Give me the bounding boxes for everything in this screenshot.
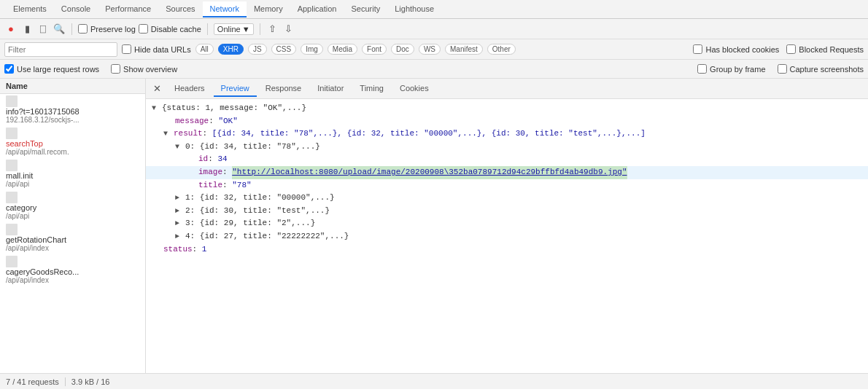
filter-manifest[interactable]: Manifest [445, 44, 483, 55]
tab-network[interactable]: Network [203, 1, 247, 17]
filter-input[interactable] [4, 42, 117, 57]
detail-tab-response[interactable]: Response [258, 81, 309, 97]
json-message-val: "OK" [218, 115, 237, 128]
has-blocked-cookies-label[interactable]: Has blocked cookies [693, 44, 779, 54]
import-button[interactable]: ⇧ [266, 23, 279, 36]
json-item0-image-val[interactable]: "http://localhost:8080/upload/image/2020… [232, 166, 627, 179]
request-url-1: /api/api/mall.recom. [6, 148, 139, 156]
hide-data-urls-checkbox[interactable] [122, 44, 131, 54]
throttle-select[interactable]: Online ▼ [214, 23, 254, 35]
json-item3-line[interactable]: ► 3: {id: 29, title: "2",...} [146, 217, 868, 230]
filter-media[interactable]: Media [328, 44, 357, 55]
stop-button[interactable]: ▮ [20, 23, 34, 36]
json-item0-line[interactable]: ▼ 0: {id: 34, title: "78",...} [146, 141, 868, 154]
request-item-4[interactable]: getRotationChart /api/api/index [0, 222, 145, 254]
group-by-frame-checkbox[interactable] [697, 64, 707, 74]
json-item1-line[interactable]: ► 1: {id: 32, title: "00000",...} [146, 192, 868, 205]
request-item-1[interactable]: searchTop /api/api/mall.recom. [0, 126, 145, 158]
search-button[interactable]: 🔍 [53, 23, 66, 36]
show-overview-label[interactable]: Show overview [111, 64, 177, 74]
filter-doc[interactable]: Doc [391, 44, 414, 55]
filter-row-right: Has blocked cookies Blocked Requests [693, 44, 864, 54]
tab-memory[interactable]: Memory [247, 1, 290, 17]
close-detail-button[interactable]: ✕ [149, 82, 166, 95]
main-content: Name info?t=16013715068 192.168.3.12/soc… [0, 79, 868, 373]
detail-tab-headers[interactable]: Headers [167, 81, 212, 97]
preserve-log-checkbox[interactable] [78, 24, 88, 34]
request-item-5[interactable]: cageryGoodsReco... /api/api/index [0, 254, 145, 286]
json-root-line[interactable]: ▼ {status: 1, message: "OK",...} [146, 102, 868, 115]
tab-performance[interactable]: Performance [98, 1, 158, 17]
filter-css[interactable]: CSS [271, 44, 297, 55]
preserve-log-text: Preserve log [90, 25, 136, 34]
request-icon-0 [6, 95, 18, 107]
record-button[interactable]: ● [4, 23, 18, 36]
detail-tab-cookies[interactable]: Cookies [392, 81, 436, 97]
expand-item4-arrow[interactable]: ► [175, 231, 184, 243]
json-status-colon: : [193, 243, 202, 256]
capture-screenshots-label[interactable]: Capture screenshots [778, 64, 864, 74]
json-item0-id-key: id [198, 153, 208, 166]
options-left: Use large request rows Show overview [4, 64, 697, 74]
filter-font[interactable]: Font [362, 44, 387, 55]
capture-screenshots-checkbox[interactable] [778, 64, 787, 74]
use-large-rows-checkbox[interactable] [4, 64, 14, 74]
filter-xhr[interactable]: XHR [218, 44, 244, 55]
blocked-requests-label[interactable]: Blocked Requests [786, 44, 864, 54]
has-blocked-cookies-text: Has blocked cookies [705, 45, 779, 54]
blocked-requests-checkbox[interactable] [786, 44, 796, 54]
json-item1-label: 1: {id: 32, title: "00000",...} [185, 192, 335, 205]
detail-tab-initiator[interactable]: Initiator [310, 81, 351, 97]
preserve-log-label[interactable]: Preserve log [78, 24, 136, 34]
throttle-arrow: ▼ [242, 25, 250, 34]
json-item2-line[interactable]: ► 2: {id: 30, title: "test",...} [146, 205, 868, 218]
filter-other[interactable]: Other [487, 44, 516, 55]
tab-application[interactable]: Application [290, 1, 344, 17]
request-item-2[interactable]: mall.init /api/api [0, 158, 145, 190]
detail-tab-timing[interactable]: Timing [352, 81, 391, 97]
expand-item0-arrow[interactable]: ▼ [175, 141, 184, 153]
json-result-line[interactable]: ▼ result : [{id: 34, title: "78",...}, {… [146, 128, 868, 141]
group-by-frame-label[interactable]: Group by frame [697, 64, 765, 74]
json-item4-line[interactable]: ► 4: {id: 27, title: "22222222",...} [146, 230, 868, 243]
separator1 [71, 23, 72, 35]
disable-cache-checkbox[interactable] [139, 24, 148, 34]
tab-security[interactable]: Security [344, 1, 387, 17]
hide-data-urls-text: Hide data URLs [134, 45, 191, 54]
json-item0-label: 0: {id: 34, title: "78",...} [185, 141, 320, 154]
json-item3-label: 3: {id: 29, title: "2",...} [185, 217, 315, 230]
filter-img[interactable]: Img [301, 44, 323, 55]
expand-item2-arrow[interactable]: ► [175, 205, 184, 217]
has-blocked-cookies-checkbox[interactable] [693, 44, 702, 54]
request-item-0[interactable]: info?t=16013715068 192.168.3.12/sockjs-.… [0, 94, 145, 126]
filter-all[interactable]: All [195, 44, 214, 55]
tab-sources[interactable]: Sources [158, 1, 202, 17]
expand-item3-arrow[interactable]: ► [175, 218, 184, 230]
tab-console[interactable]: Console [54, 1, 98, 17]
request-item-3[interactable]: category /api/api [0, 190, 145, 222]
json-item0-title-line: title : "78" [146, 179, 868, 192]
request-url-3: /api/api [6, 212, 139, 220]
export-button[interactable]: ⇩ [282, 23, 295, 36]
request-name-2: mall.init [6, 171, 139, 180]
request-icon-4 [6, 224, 18, 235]
hide-data-urls-label[interactable]: Hide data URLs [122, 44, 191, 54]
filter-ws[interactable]: WS [419, 44, 441, 55]
expand-item1-arrow[interactable]: ► [175, 192, 184, 204]
json-status-line: status : 1 [146, 243, 868, 256]
expand-result-arrow[interactable]: ▼ [163, 128, 172, 140]
json-item4-label: 4: {id: 27, title: "22222222",...} [185, 230, 349, 243]
clear-button[interactable]: ⎕ [36, 23, 50, 36]
tab-elements[interactable]: Elements [6, 1, 54, 17]
tab-lighthouse[interactable]: Lighthouse [387, 1, 441, 17]
show-overview-checkbox[interactable] [111, 64, 120, 74]
filter-js[interactable]: JS [248, 44, 267, 55]
disable-cache-label[interactable]: Disable cache [139, 24, 201, 34]
request-name-5: cageryGoodsReco... [6, 267, 139, 276]
throttle-label: Online [217, 25, 241, 34]
name-column-header: Name [0, 79, 145, 94]
expand-root-arrow[interactable]: ▼ [152, 103, 160, 114]
status-separator [65, 377, 66, 386]
detail-tab-preview[interactable]: Preview [214, 81, 257, 97]
use-large-rows-label[interactable]: Use large request rows [4, 64, 99, 74]
